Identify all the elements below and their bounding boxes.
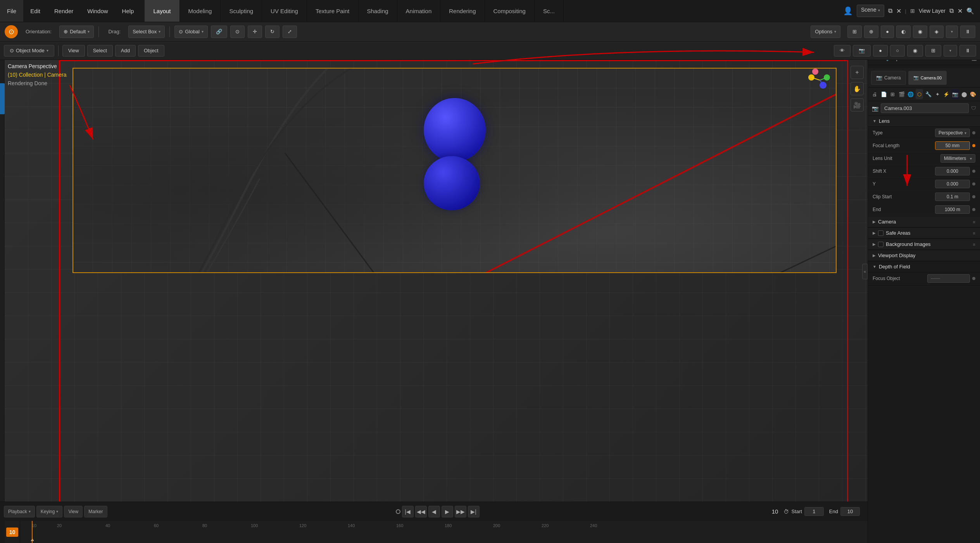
view-layer-expand[interactable]: ⧉ — [949, 7, 954, 14]
lens-unit-value[interactable]: Millimeters ▾ — [940, 154, 975, 163]
tab-modeling[interactable]: Modeling — [180, 0, 221, 22]
clip-start-value[interactable]: 0.1 m — [935, 192, 970, 201]
menu-edit[interactable]: Edit — [23, 0, 47, 22]
viewport-btn4[interactable]: ⊞ — [925, 45, 941, 57]
menu-help[interactable]: Help — [115, 0, 141, 22]
prop-icon-world[interactable]: 🌐 — [907, 89, 914, 99]
tl-playhead[interactable] — [32, 521, 33, 543]
move-btn[interactable]: ✛ — [248, 26, 262, 38]
viewport-toggle[interactable]: ● — [873, 45, 888, 57]
prop-icon-material[interactable]: ⬤ — [961, 89, 968, 99]
zoom-in-icon[interactable]: + — [851, 66, 864, 79]
prop-icon-output[interactable]: 📄 — [880, 89, 887, 99]
keyframe-record-btn[interactable] — [396, 509, 400, 514]
type-value[interactable]: Perspective ▾ — [935, 129, 970, 137]
jump-start-btn[interactable]: |◀ — [402, 506, 414, 517]
gizmo-btn[interactable]: ⊕ — [864, 26, 878, 38]
tab-animation[interactable]: Animation — [397, 0, 441, 22]
prop-icon-object[interactable]: ⬡ — [916, 89, 923, 99]
prev-keyframe-btn[interactable]: ◀◀ — [415, 506, 427, 517]
tab-uv-editing[interactable]: UV Editing — [262, 0, 307, 22]
view-layer-close[interactable]: ✕ — [958, 7, 963, 15]
search-icon[interactable]: 🔍 — [966, 7, 974, 15]
blender-logo[interactable]: ⊙ — [5, 25, 18, 38]
dof-header[interactable]: ▼ Depth of Field — [868, 261, 980, 272]
viewport-shading-render2[interactable]: ◈ — [930, 26, 944, 38]
viewport-btn2[interactable]: ○ — [890, 45, 905, 57]
viewport-display-header[interactable]: ▶ Viewport Display — [868, 250, 980, 261]
camera-view-icon[interactable]: 🎥 — [851, 98, 864, 112]
render-overlay-btn[interactable]: 📷 — [853, 45, 871, 57]
tab-rendering[interactable]: Rendering — [440, 0, 485, 22]
shift-x-value[interactable]: 0.000 — [935, 167, 970, 175]
lens-section-header[interactable]: ▼ Lens — [868, 116, 980, 127]
tab-camera-props[interactable]: 📷 Camera — [871, 71, 906, 85]
window-icon[interactable]: ⧉ — [888, 7, 892, 14]
mode-dropdown[interactable]: ⊙ Object Mode ▾ — [4, 45, 54, 57]
options-dropdown[interactable]: Options ▾ — [811, 26, 840, 38]
play-btn[interactable]: ▶ — [442, 506, 453, 517]
scene-selector[interactable]: Scene ▾ — [857, 5, 884, 17]
camera-name-input[interactable] — [881, 103, 969, 113]
tab-camera-active[interactable]: 📷 Camera.00 — [908, 71, 947, 85]
nav-gizmo[interactable] — [804, 64, 837, 97]
menu-file[interactable]: File — [0, 0, 23, 22]
prop-icon-modifier[interactable]: 🔧 — [925, 89, 932, 99]
viewport-btn3[interactable]: ◉ — [907, 45, 923, 57]
keying-dropdown[interactable]: Keying ▾ — [36, 506, 63, 517]
prop-icon-texture[interactable]: 🎨 — [970, 89, 977, 99]
prop-icon-particle[interactable]: ✦ — [934, 89, 941, 99]
pause-animation[interactable]: ⏸ — [959, 45, 976, 57]
next-keyframe-btn[interactable]: ▶▶ — [455, 506, 466, 517]
focus-object-value[interactable]: —— — [927, 274, 970, 283]
tab-sculpting[interactable]: Sculpting — [221, 0, 262, 22]
prop-icon-physics[interactable]: ⚡ — [943, 89, 950, 99]
object-menu[interactable]: Object — [138, 45, 164, 57]
shift-y-value[interactable]: 0.000 — [935, 180, 970, 188]
safe-areas-check[interactable] — [878, 230, 883, 236]
view-dropdown[interactable]: View — [64, 506, 83, 517]
camera-section-header[interactable]: ▶ Camera ≡ — [868, 217, 980, 227]
drag-dropdown[interactable]: Select Box ▾ — [128, 26, 165, 38]
prop-icon-object-data[interactable]: 📷 — [952, 89, 959, 99]
play-reverse-btn[interactable]: ◀ — [428, 506, 440, 517]
marker-dropdown[interactable]: Marker — [84, 506, 107, 517]
pan-icon[interactable]: ✋ — [851, 82, 864, 95]
shading-dropdown[interactable]: ▾ — [946, 26, 958, 38]
end-frame-input[interactable] — [840, 507, 860, 516]
prop-icon-view-layer[interactable]: ⊞ — [889, 89, 896, 99]
prop-icon-render[interactable]: 🖨 — [871, 89, 878, 99]
viewport-shading-matcap[interactable]: ◐ — [896, 26, 911, 38]
viewport-area[interactable] — [5, 60, 868, 521]
add-menu[interactable]: Add — [115, 45, 136, 57]
tab-compositing[interactable]: Compositing — [485, 0, 535, 22]
tab-shading[interactable]: Shading — [359, 0, 397, 22]
rotate-btn[interactable]: ↻ — [265, 26, 280, 38]
clip-end-value[interactable]: 1000 m — [935, 205, 970, 214]
overlay-btn[interactable]: ⊞ — [847, 26, 862, 38]
jump-end-btn[interactable]: ▶| — [468, 506, 480, 517]
playback-dropdown[interactable]: Playback ▾ — [4, 506, 35, 517]
pause-btn[interactable]: ⏸ — [960, 26, 975, 38]
safe-areas-header[interactable]: ▶ Safe Areas ≡ — [868, 228, 980, 239]
bg-images-check[interactable] — [878, 242, 883, 247]
menu-render[interactable]: Render — [47, 0, 80, 22]
tab-sc[interactable]: Sc... — [535, 0, 564, 22]
snap-btn[interactable]: 🔗 — [211, 26, 227, 38]
viewport-shading-solid[interactable]: ● — [881, 26, 894, 38]
bg-images-header[interactable]: ▶ Background Images ≡ — [868, 239, 980, 250]
tl-ruler[interactable]: 10 20 40 60 80 100 120 140 160 180 200 2… — [20, 521, 868, 543]
collapse-right-panel-btn[interactable]: « — [862, 264, 868, 279]
tab-texture-paint[interactable]: Texture Paint — [307, 0, 359, 22]
show-overlay-btn[interactable]: 👁 — [834, 45, 851, 57]
proportional-btn[interactable]: ⊙ — [230, 26, 245, 38]
menu-window[interactable]: Window — [80, 0, 115, 22]
orientation-dropdown[interactable]: ⊕ Default ▾ — [59, 26, 94, 38]
view-menu[interactable]: View — [62, 45, 85, 57]
scale-btn[interactable]: ⤢ — [283, 26, 297, 38]
pivot-dropdown[interactable]: ⊙ Global ▾ — [174, 26, 208, 38]
focal-length-value[interactable]: 50 mm — [935, 141, 970, 150]
prop-icon-scene[interactable]: 🎬 — [898, 89, 905, 99]
viewport-shading-render[interactable]: ◉ — [913, 26, 927, 38]
close-icon[interactable]: ✕ — [896, 7, 901, 15]
